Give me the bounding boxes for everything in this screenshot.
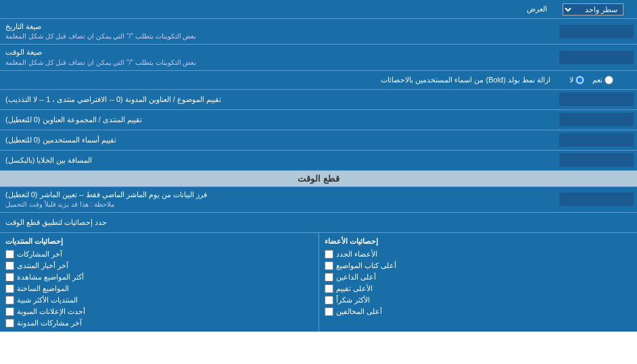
chk-most-viewed-label: أكثر المواضيع مشاهدة [17,273,84,282]
chk-forum-news-label: آخر أخبار المنتدى [17,261,68,270]
chk-forum-news[interactable]: آخر أخبار المنتدى [5,260,313,271]
chk-blog-posts[interactable]: آخر مشاركات المدونة [5,317,313,329]
cutoff-days-input[interactable]: 0 [559,192,634,206]
forum-order-row: 33 تقييم المنتدى / المجموعة العناوين (0 … [0,110,637,130]
cutoff-header-text: قطع الوقت [298,174,339,184]
cutoff-days-label-cell: فرز البيانات من يوم الماشر الماضي فقط --… [0,187,556,212]
bold-row: نعم لا ازالة نمط بولد (Bold) من اسماء ال… [0,71,637,90]
chk-most-similar-forums[interactable]: المنتديات الأكثر شبية [5,294,313,306]
topic-order-row: 33 تقييم الموضوع / العناوين المدونة (0 -… [0,90,637,110]
bold-no-label[interactable]: لا [569,76,584,84]
chk-last-posts[interactable]: آخر المشاركات [5,249,313,260]
chk-classified-ads-input[interactable] [5,307,14,316]
users-order-label: تقييم أسماء المستخدمين (0 للتعطيل) [0,130,556,150]
display-select[interactable]: سطر واحدسطرينثلاثة أسطر [563,3,623,16]
chk-new-members-input[interactable] [325,250,333,259]
chk-classified-ads[interactable]: أحدث الإعلانات المبوبة [5,306,313,317]
display-label: العرض [3,5,552,14]
chk-most-thanks[interactable]: الأكثر شكراً [325,294,632,306]
forum-order-input[interactable]: 33 [559,113,634,126]
forum-order-label: تقييم المنتدى / المجموعة العناوين (0 للت… [0,110,556,130]
chk-blog-posts-label: آخر مشاركات المدونة [17,319,82,328]
bold-yes-text: نعم [592,76,603,84]
time-format-row: H:i صيغة الوقت بعض التكوينات يتطلب "/" ا… [0,45,637,70]
time-format-label-cell: صيغة الوقت بعض التكوينات يتطلب "/" التي … [0,45,556,70]
users-order-input[interactable]: 0 [559,133,634,147]
bold-no-text: لا [569,76,573,84]
cell-spacing-label: المسافة بين الخلايا (بالبكسل) [0,151,556,170]
date-format-label-cell: صيغة التاريخ بعض التكوينات يتطلب "/" الت… [0,19,556,44]
chk-top-rated-label: الأعلى تقييم [336,284,373,293]
users-order-row: 0 تقييم أسماء المستخدمين (0 للتعطيل) [0,130,637,151]
time-format-input[interactable]: H:i [559,51,634,64]
cutoff-days-row: 0 فرز البيانات من يوم الماشر الماضي فقط … [0,187,637,213]
cell-spacing-input[interactable]: 2 [559,153,634,167]
stats-header-row: حدد إحصائيات لتطبيق قطع الوقت [0,213,637,233]
forum-order-input-cell[interactable]: 33 [556,110,637,130]
chk-most-thanks-input[interactable] [325,296,333,305]
chk-last-posts-label: آخر المشاركات [17,250,62,259]
chk-new-members[interactable]: الأعضاء الجدد [325,249,632,260]
cutoff-days-input-cell[interactable]: 0 [556,187,637,212]
topic-order-input-cell[interactable]: 33 [556,90,637,109]
date-format-row: d-m صيغة التاريخ بعض التكوينات يتطلب "/"… [0,19,637,45]
stats-header-label: حدد إحصائيات لتطبيق قطع الوقت [0,213,637,232]
chk-top-rated[interactable]: الأعلى تقييم [325,283,632,294]
chk-most-thanks-label: الأكثر شكراً [336,296,370,305]
chk-top-inviters[interactable]: أعلى الداعين [325,271,632,283]
chk-most-viewed[interactable]: أكثر المواضيع مشاهدة [5,271,313,283]
chk-forum-news-input[interactable] [5,261,14,270]
topic-order-label: تقييم الموضوع / العناوين المدونة (0 -- ا… [0,90,556,109]
chk-hot-topics-label: المواضيع الساخنة [17,284,69,293]
chk-top-inviters-label: أعلى الداعين [336,273,376,282]
date-format-input-cell[interactable]: d-m [556,19,637,44]
bold-no-radio[interactable] [575,76,584,84]
chk-top-violated-label: أعلى المخالفين [336,307,382,316]
chk-hot-topics-input[interactable] [5,284,14,293]
col1-header: إحصائيات الأعضاء [325,237,378,246]
time-format-label: صيغة الوقت [5,47,42,57]
chk-top-topic-writers-label: أعلى كتاب المواضيع [336,261,396,270]
col2-header: إحصائيات المنتديات [5,237,63,246]
chk-new-members-label: الأعضاء الجدد [336,250,377,259]
bold-label: ازالة نمط بولد (Bold) من اسماء المستخدمي… [5,76,550,84]
cutoff-section-header: قطع الوقت [0,171,637,187]
topic-order-input[interactable]: 33 [559,93,634,106]
time-format-sub: بعض التكوينات يتطلب "/" التي يمكن ان تضا… [5,58,196,68]
cell-spacing-input-cell[interactable]: 2 [556,151,637,170]
chk-blog-posts-input[interactable] [5,319,14,328]
chk-top-rated-input[interactable] [325,284,333,293]
cutoff-days-label: فرز البيانات من يوم الماشر الماضي فقط --… [5,190,207,200]
chk-most-viewed-input[interactable] [5,273,14,282]
date-format-input[interactable]: d-m [559,25,634,38]
bold-yes-radio[interactable] [605,76,613,84]
time-format-input-cell[interactable]: H:i [556,45,637,70]
chk-top-violated-input[interactable] [325,307,333,316]
chk-top-topic-writers-input[interactable] [325,261,333,270]
top-row: سطر واحدسطرينثلاثة أسطر العرض [0,0,637,19]
chk-most-similar-forums-input[interactable] [5,296,14,305]
users-order-input-cell[interactable]: 0 [556,130,637,150]
cell-spacing-row: 2 المسافة بين الخلايا (بالبكسل) [0,151,637,171]
chk-last-posts-input[interactable] [5,250,14,259]
chk-most-similar-forums-label: المنتديات الأكثر شبية [17,296,78,305]
chk-top-inviters-input[interactable] [325,273,333,282]
bold-yes-label[interactable]: نعم [592,76,613,84]
date-format-label: صيغة التاريخ [5,22,41,32]
checkboxes-grid: إحصائيات الأعضاء الأعضاء الجدد أعلى كتاب… [0,233,637,332]
chk-classified-ads-label: أحدث الإعلانات المبوبة [17,307,85,316]
chk-top-topic-writers[interactable]: أعلى كتاب المواضيع [325,260,632,271]
bold-radios[interactable]: نعم لا [550,76,632,84]
date-format-sub: بعض التكوينات يتطلب "/" التي يمكن ان تضا… [5,32,196,41]
chk-top-violated[interactable]: أعلى المخالفين [325,306,632,317]
cutoff-days-sub: ملاحظة : هذا قد يزيد قليلاً وقت التحميل [5,200,114,209]
chk-hot-topics[interactable]: المواضيع الساخنة [5,283,313,294]
